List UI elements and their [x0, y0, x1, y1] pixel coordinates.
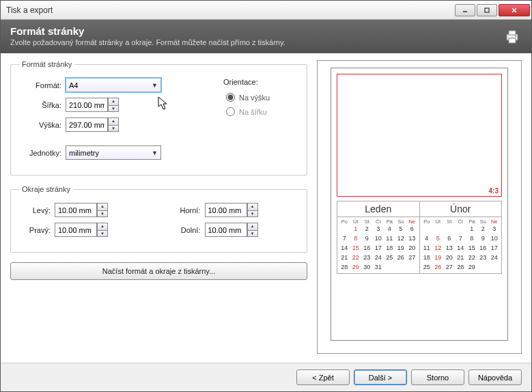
left-margin-spinner[interactable]: ▲▼	[55, 203, 108, 217]
left-margin-input[interactable]	[55, 203, 97, 217]
dialog-window: Tisk a export Formát stránky Zvolte poža…	[0, 0, 532, 392]
preview-calendar: Leden PoÚtStČtPáSoNe .123456789101112131…	[337, 201, 502, 274]
spin-up-icon[interactable]: ▲	[108, 117, 119, 125]
right-margin-input[interactable]	[55, 223, 97, 237]
minimize-button[interactable]	[455, 4, 475, 16]
svg-rect-5	[509, 31, 516, 35]
preview-image-area: 4:3	[337, 74, 502, 197]
window-title: Tisk a export	[6, 5, 455, 15]
orientation-label: Orientace:	[223, 78, 298, 86]
format-label: Formát:	[19, 81, 61, 89]
height-spinner[interactable]: ▲▼	[66, 117, 119, 132]
height-input[interactable]	[66, 117, 108, 132]
format-select[interactable]: A4▼	[66, 78, 161, 92]
legend-margins: Okraje stránky	[19, 185, 73, 193]
close-button[interactable]	[499, 4, 530, 16]
radio-landscape[interactable]: Na šířku	[226, 107, 298, 116]
cancel-button[interactable]: Storno	[411, 369, 464, 385]
printer-icon	[504, 29, 520, 47]
next-button[interactable]: Další >	[354, 369, 407, 385]
width-input[interactable]	[66, 98, 108, 112]
titlebar: Tisk a export	[1, 1, 531, 20]
preview-panel: 4:3 Leden PoÚtStČtPáSoNe .12345678910111…	[317, 60, 522, 354]
chevron-down-icon: ▼	[152, 150, 158, 156]
maximize-button[interactable]	[477, 4, 497, 16]
top-margin-spinner[interactable]: ▲▼	[205, 203, 258, 217]
spin-down-icon[interactable]: ▼	[108, 125, 119, 132]
units-label: Jednotky:	[19, 149, 61, 157]
dialog-header: Formát stránky Zvolte požadovaný formát …	[1, 20, 531, 53]
help-button[interactable]: Nápověda	[468, 369, 522, 385]
spin-up-icon[interactable]: ▲	[108, 98, 119, 105]
top-margin-input[interactable]	[205, 203, 247, 217]
header-title: Formát stránky	[10, 25, 522, 37]
chevron-down-icon: ▼	[152, 82, 158, 89]
spin-down-icon[interactable]: ▼	[108, 105, 119, 113]
bottom-margin-input[interactable]	[205, 223, 247, 237]
svg-rect-1	[485, 8, 489, 12]
preview-page: 4:3 Leden PoÚtStČtPáSoNe .12345678910111…	[331, 68, 508, 341]
right-margin-spinner[interactable]: ▲▼	[55, 223, 108, 237]
svg-point-7	[515, 36, 516, 37]
aspect-ratio-label: 4:3	[489, 187, 499, 195]
fieldset-margins: Okraje stránky Levý: ▲▼ Pravý:	[10, 185, 307, 253]
width-label: Šířka:	[19, 101, 61, 109]
height-label: Výška:	[19, 121, 61, 129]
radio-portrait[interactable]: Na výšku	[226, 93, 298, 102]
right-margin-label: Pravý:	[19, 226, 51, 234]
svg-rect-6	[509, 38, 516, 43]
units-select[interactable]: milimetry▼	[66, 145, 161, 160]
width-spinner[interactable]: ▲▼	[66, 98, 119, 112]
legend-page-format: Formát stránky	[19, 60, 74, 68]
bottom-margin-label: Dolní:	[169, 226, 201, 234]
top-margin-label: Horní:	[169, 206, 201, 214]
fieldset-page-format: Formát stránky Formát: A4▼ Šířka:	[10, 60, 307, 176]
bottom-margin-spinner[interactable]: ▲▼	[205, 223, 258, 237]
month-february: Únor PoÚtStČtPáSoNe ....1234567891011121…	[419, 201, 502, 273]
month-january: Leden PoÚtStČtPáSoNe .123456789101112131…	[337, 201, 419, 273]
dialog-footer: < Zpět Další > Storno Nápověda	[1, 363, 531, 391]
back-button[interactable]: < Zpět	[296, 369, 350, 385]
header-subtitle: Zvolte požadovaný formát stránky a okraj…	[10, 38, 522, 46]
left-margin-label: Levý:	[19, 206, 51, 214]
load-from-printer-button[interactable]: Načíst formát a okraje z tiskárny...	[10, 262, 307, 280]
